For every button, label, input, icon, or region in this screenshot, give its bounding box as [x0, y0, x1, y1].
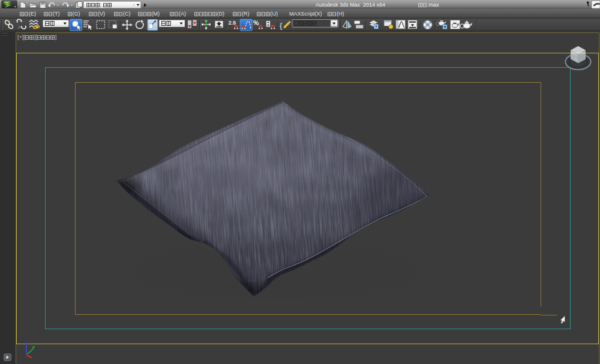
svg-text:{: {	[280, 21, 283, 30]
svg-text:2.5: 2.5	[229, 20, 236, 26]
